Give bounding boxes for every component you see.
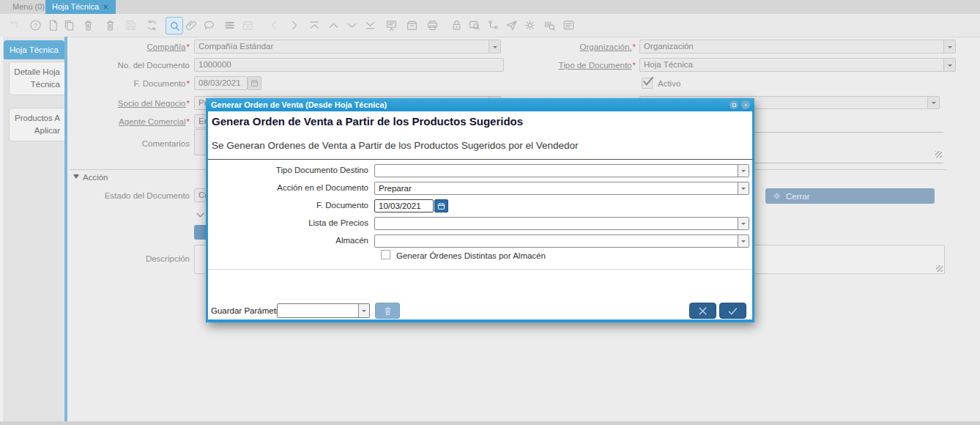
close-tab-icon[interactable] bbox=[103, 4, 109, 10]
chevron-down-icon[interactable] bbox=[943, 59, 955, 71]
grid-toggle-icon[interactable] bbox=[221, 17, 237, 33]
check-icon bbox=[642, 75, 655, 88]
attachment-icon[interactable] bbox=[183, 17, 199, 33]
preferences-icon[interactable] bbox=[521, 17, 538, 33]
label-no-del-documento: No. del Documento bbox=[73, 61, 190, 70]
window-tabbar: Menú (0) Hoja Técnica bbox=[0, 0, 980, 14]
label-generar-ordenes-distintas: Generar Órdenes Distintas por Almacén bbox=[396, 251, 546, 260]
maximize-icon[interactable] bbox=[730, 100, 738, 109]
cerrar-label: Cerrar bbox=[786, 192, 810, 201]
first-record-icon[interactable] bbox=[306, 17, 322, 33]
next-record-icon[interactable] bbox=[344, 17, 360, 33]
tipo-de-documento-combobox[interactable]: Hoja Técnica bbox=[639, 58, 956, 72]
chevron-down-icon[interactable] bbox=[738, 182, 749, 194]
chevron-down-icon[interactable] bbox=[195, 210, 206, 221]
delete-record-icon[interactable] bbox=[80, 17, 96, 33]
toolbar: ?31 bbox=[0, 14, 980, 37]
label-compania: Compañía* bbox=[73, 42, 190, 51]
label-descripcion: Descripción bbox=[73, 254, 190, 263]
tipo-documento-destino-combobox[interactable] bbox=[374, 164, 749, 177]
organizacion-combobox[interactable]: Organización bbox=[639, 40, 956, 53]
label-activo: Activo bbox=[658, 79, 702, 88]
quick-info-icon[interactable] bbox=[560, 17, 576, 33]
label-tipo-documento-destino: Tipo Documento Destino bbox=[208, 166, 368, 174]
sidebar: Hoja Técnica Detalle Hoja Técnica Produc… bbox=[3, 37, 64, 425]
print-icon[interactable] bbox=[424, 17, 440, 33]
confirm-button[interactable] bbox=[719, 303, 746, 319]
generar-ordenes-distintas-checkbox[interactable] bbox=[381, 250, 390, 259]
collapse-triangle-icon[interactable] bbox=[73, 174, 79, 179]
calendar-button[interactable] bbox=[434, 199, 448, 212]
sidebar-tab-productos-a-aplicar[interactable]: Productos A Aplicar bbox=[9, 108, 64, 141]
calendar-button[interactable] bbox=[248, 76, 261, 90]
find-icon[interactable] bbox=[166, 17, 183, 34]
close-icon[interactable] bbox=[741, 100, 750, 109]
svg-text:?: ? bbox=[34, 21, 37, 29]
chevron-down-icon[interactable] bbox=[738, 165, 749, 177]
label-lista-de-precios: Lista de Precios bbox=[208, 218, 368, 227]
resize-grip-icon[interactable] bbox=[936, 265, 943, 272]
no-del-documento-input[interactable]: 1000000 bbox=[194, 58, 504, 72]
chevron-down-icon[interactable] bbox=[489, 40, 500, 53]
cancel-button[interactable] bbox=[689, 303, 716, 319]
chevron-down-icon[interactable] bbox=[738, 218, 749, 229]
tab-hoja-tecnica[interactable]: Hoja Técnica bbox=[45, 0, 116, 14]
gear-icon bbox=[772, 191, 782, 201]
f-documento-input[interactable]: 08/03/2021 bbox=[194, 76, 248, 90]
chevron-down-icon[interactable] bbox=[927, 97, 939, 108]
save-icon bbox=[122, 17, 138, 33]
check-icon bbox=[727, 305, 739, 317]
label-guardar-parametro: Guardar Parámetro bbox=[211, 306, 283, 315]
chevron-down-icon[interactable] bbox=[738, 235, 749, 247]
chevron-down-icon[interactable] bbox=[358, 304, 369, 317]
svg-text:31: 31 bbox=[245, 24, 250, 29]
dialog-description: Se Generan Ordenes de Venta a Partir de … bbox=[212, 140, 579, 151]
parent-record-icon bbox=[266, 17, 282, 33]
zoom-across-icon[interactable] bbox=[466, 17, 482, 33]
trash-icon bbox=[382, 306, 393, 317]
dialog-separator bbox=[208, 159, 752, 160]
label-organizacion: Organización.* bbox=[519, 42, 636, 51]
refresh-icon[interactable] bbox=[144, 17, 160, 33]
help-icon[interactable]: ? bbox=[27, 17, 43, 33]
x-icon bbox=[697, 305, 709, 317]
resize-grip-icon[interactable] bbox=[935, 151, 942, 158]
dialog-body: Genera Orden de Venta a Partir de los Pr… bbox=[208, 111, 752, 319]
delete-selection-icon[interactable] bbox=[102, 17, 118, 33]
sidebar-divider bbox=[64, 37, 67, 425]
chevron-down-icon[interactable] bbox=[943, 40, 955, 53]
delete-parameter-button[interactable] bbox=[375, 303, 400, 319]
archive-icon[interactable] bbox=[404, 17, 420, 33]
send-icon[interactable] bbox=[503, 17, 519, 33]
accion-section-title: Acción bbox=[83, 173, 108, 182]
detail-record-icon[interactable] bbox=[286, 17, 302, 33]
compania-combobox[interactable]: Compañía Estándar bbox=[194, 40, 501, 53]
previous-record-icon[interactable] bbox=[325, 17, 341, 33]
sidebar-header: Hoja Técnica bbox=[4, 40, 64, 59]
copy-record-icon[interactable] bbox=[61, 17, 77, 33]
label-comentarios: Comentarios bbox=[73, 139, 190, 148]
lista-de-precios-combobox[interactable] bbox=[374, 217, 749, 230]
label-accion-en-el-documento: Acción en el Documento bbox=[208, 183, 368, 192]
last-record-icon[interactable] bbox=[362, 17, 378, 33]
label-almacen: Almacén bbox=[208, 236, 368, 245]
calendar-icon: 31 bbox=[240, 17, 256, 33]
sidebar-tab-detalle-hoja-tecnica[interactable]: Detalle Hoja Técnica bbox=[9, 62, 64, 95]
guardar-parametro-combobox[interactable] bbox=[277, 303, 370, 318]
accion-en-el-documento-combobox[interactable]: Preparar bbox=[374, 182, 749, 195]
report-icon[interactable] bbox=[383, 17, 399, 33]
product-info-icon[interactable] bbox=[541, 17, 557, 33]
lock-icon[interactable] bbox=[448, 17, 464, 33]
f-documento-dialog-input[interactable]: 10/03/2021 bbox=[374, 199, 434, 212]
tab-menu[interactable]: Menú (0) bbox=[6, 0, 51, 14]
chat-icon[interactable] bbox=[201, 17, 217, 33]
almacen-combobox[interactable] bbox=[374, 234, 749, 248]
label-tipo-de-documento: Tipo de Documento* bbox=[519, 61, 636, 70]
undo-icon bbox=[6, 17, 22, 33]
dialog-titlebar[interactable]: Generar Orden de Venta (Desde Hoja Técni… bbox=[206, 98, 754, 111]
cerrar-button[interactable]: Cerrar bbox=[765, 188, 935, 204]
label-estado-del-documento: Estado del Documento bbox=[73, 191, 190, 200]
workflow-icon[interactable] bbox=[485, 17, 501, 33]
new-record-icon[interactable] bbox=[45, 17, 61, 33]
tab-label: Hoja Técnica bbox=[52, 0, 99, 14]
